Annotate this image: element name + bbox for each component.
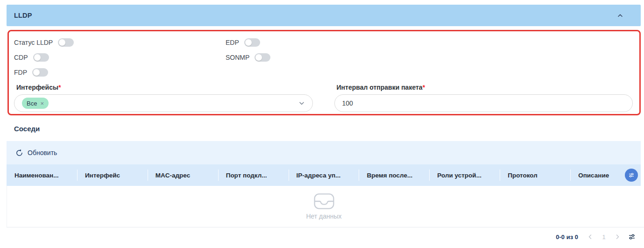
pagination-next-button[interactable]	[612, 231, 623, 242]
toggle-label: FDP	[14, 69, 27, 76]
interval-label: Интервал отправки пакета*	[337, 84, 633, 91]
column-header-time[interactable]: Время после...	[359, 164, 429, 186]
interval-input[interactable]	[334, 94, 633, 112]
column-header-roles[interactable]: Роли устрой...	[429, 164, 500, 186]
sliders-icon	[628, 233, 636, 241]
tag-label: Все	[27, 100, 37, 107]
status-lldp-switch[interactable]	[58, 38, 74, 47]
fields-row: Интерфейсы* Все × Интервал отправки паке…	[14, 82, 633, 112]
toggle-label: EDP	[226, 39, 239, 46]
column-header-port[interactable]: Порт подкл...	[218, 164, 289, 186]
chevron-left-icon	[587, 234, 593, 240]
refresh-button[interactable]: Обновить	[15, 149, 57, 157]
pagination-page-number[interactable]: 1	[599, 234, 609, 241]
interfaces-select[interactable]: Все ×	[14, 94, 313, 112]
toggle-row-status-lldp: Статус LLDP	[14, 35, 226, 50]
column-header-name[interactable]: Наименован...	[7, 164, 77, 186]
selected-tag: Все ×	[22, 98, 49, 109]
neighbors-toolbar: Обновить	[7, 141, 641, 164]
empty-text: Нет данных	[306, 213, 341, 220]
interfaces-label: Интерфейсы*	[16, 84, 313, 91]
switch-knob	[59, 39, 65, 46]
switch-knob	[255, 54, 262, 61]
toggle-label: Статус LLDP	[14, 39, 53, 46]
toggle-label: SONMP	[226, 54, 249, 61]
column-header-ip[interactable]: IP-адреса уп...	[289, 164, 359, 186]
chevron-right-icon	[615, 234, 620, 240]
lldp-panel-header[interactable]: LLDP	[7, 5, 641, 26]
toggle-grid: Статус LLDP EDP CDP SONMP FDP	[14, 35, 633, 80]
column-header-protocol[interactable]: Протокол	[500, 164, 570, 186]
lldp-settings-form-highlight: Статус LLDP EDP CDP SONMP FDP Интерфейсы…	[7, 30, 641, 115]
neighbors-section-title: Соседи	[14, 125, 40, 133]
tag-close-icon[interactable]: ×	[40, 100, 44, 106]
edp-switch[interactable]	[244, 38, 260, 47]
switch-knob	[245, 39, 252, 46]
switch-knob	[33, 69, 40, 76]
table-settings-button[interactable]	[626, 231, 638, 243]
footer-divider	[7, 227, 644, 227]
column-settings-button[interactable]	[625, 169, 638, 182]
sonmp-switch[interactable]	[255, 53, 270, 62]
toggle-label: CDP	[14, 54, 28, 61]
refresh-label: Обновить	[28, 149, 57, 156]
pagination-prev-button[interactable]	[585, 231, 596, 242]
column-header-mac[interactable]: MAC-адрес	[148, 164, 218, 186]
refresh-icon	[15, 149, 23, 157]
sliders-icon	[628, 172, 635, 178]
fdp-switch[interactable]	[32, 68, 48, 77]
toggle-row-fdp: FDP	[14, 65, 226, 80]
interfaces-field: Интерфейсы* Все ×	[14, 82, 313, 112]
collapse-button[interactable]	[615, 10, 626, 21]
panel-title: LLDP	[14, 12, 32, 19]
interval-field: Интервал отправки пакета*	[334, 82, 633, 112]
empty-inbox-icon	[313, 193, 335, 210]
pagination: 0-0 из 0 1	[556, 230, 638, 244]
column-header-description[interactable]: Описание	[570, 164, 641, 186]
required-mark: *	[58, 84, 61, 91]
toggle-row-sonmp: SONMP	[226, 50, 633, 65]
toggle-row-cdp: CDP	[14, 50, 226, 65]
cdp-switch[interactable]	[33, 53, 49, 62]
toggle-row-edp: EDP	[226, 35, 633, 50]
chevron-up-icon	[617, 12, 623, 19]
switch-knob	[34, 54, 41, 61]
column-header-interface[interactable]: Интерфейс	[77, 164, 148, 186]
empty-state: Нет данных	[7, 186, 641, 227]
pagination-total: 0-0 из 0	[556, 234, 578, 241]
neighbors-table-header: Наименован... Интерфейс MAC-адрес Порт п…	[7, 164, 641, 186]
chevron-down-icon	[298, 100, 305, 106]
required-mark: *	[423, 84, 425, 91]
